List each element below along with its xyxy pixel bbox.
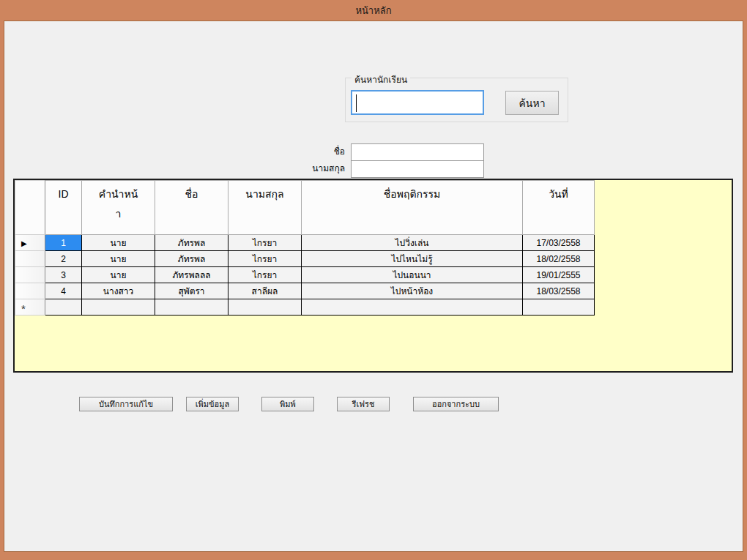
grid-cell-id[interactable]: 1 <box>45 235 82 251</box>
students-grid[interactable]: IDคำนำหน้าชื่อนามสกุลชื่อพฤติกรรมวันที่ … <box>13 179 733 373</box>
last-name-input[interactable] <box>351 160 484 178</box>
search-button[interactable]: ค้นหา <box>505 91 559 115</box>
grid-cell-behavior[interactable]: ไปไหนไม่รู้ <box>302 251 523 267</box>
grid-cell-date[interactable]: 17/03/2558 <box>523 235 595 251</box>
grid-column-header-prefix[interactable]: คำนำหน้า <box>82 181 155 235</box>
grid-column-header-label: ชื่อ <box>185 188 198 200</box>
grid-cell-empty-behavior[interactable] <box>302 299 523 316</box>
grid-row-header[interactable]: ▶ <box>15 235 45 251</box>
grid-cell-empty-prefix[interactable] <box>82 299 155 316</box>
logout-button[interactable]: ออกจากระบบ <box>413 397 499 411</box>
refresh-button[interactable]: รีเฟรช <box>337 397 390 411</box>
grid-cell-behavior[interactable]: ไปนอนนา <box>302 267 523 283</box>
window-title: หน้าหลัก <box>355 3 391 18</box>
grid-body: ▶1นายภัทรพลไกรยาไปวิ่งเล่น17/03/25582นาย… <box>15 235 595 316</box>
search-input[interactable] <box>351 90 484 115</box>
grid-column-header-label: วันที่ <box>549 188 568 200</box>
grid-cell-last_name[interactable]: ไกรยา <box>228 267 302 283</box>
add-data-button[interactable]: เพิ่มข้อมูล <box>186 397 239 411</box>
app-window: หน้าหลัก ค้นหานักเรียน ค้นหา ชื่อ นามสกุ… <box>0 0 747 560</box>
grid-row: ▶1นายภัทรพลไกรยาไปวิ่งเล่น17/03/2558 <box>15 235 595 251</box>
grid-cell-last_name[interactable]: สาลีผล <box>228 283 302 299</box>
grid-row-header[interactable] <box>15 283 45 299</box>
search-groupbox-label: ค้นหานักเรียน <box>352 72 410 86</box>
grid-cell-prefix[interactable]: นาย <box>82 267 155 283</box>
save-edits-button[interactable]: บันทึกการแก้ไข <box>79 397 173 411</box>
grid-cell-first_name[interactable]: ภัทรพล <box>155 251 228 267</box>
grid-cell-id[interactable]: 3 <box>45 267 82 283</box>
grid-column-header-label: ID <box>59 188 69 200</box>
new-row-asterisk-icon: * <box>21 302 26 315</box>
grid-cell-behavior[interactable]: ไปหน้าห้อง <box>302 283 523 299</box>
grid-column-header-label: ชื่อพฤติกรรม <box>384 188 440 200</box>
title-bar: หน้าหลัก <box>0 0 747 20</box>
grid-column-header-first_name[interactable]: ชื่อ <box>155 181 228 235</box>
grid-column-header-date[interactable]: วันที่ <box>523 181 595 235</box>
grid-cell-prefix[interactable]: นาย <box>82 251 155 267</box>
grid-cell-last_name[interactable]: ไกรยา <box>228 251 302 267</box>
grid-cell-empty-last_name[interactable] <box>228 299 302 316</box>
grid-cell-last_name[interactable]: ไกรยา <box>228 235 302 251</box>
last-name-label: นามสกุล <box>294 160 345 177</box>
grid-column-header-label: นามสกุล <box>245 188 283 200</box>
grid-row: 4นางสาวสุพัตราสาลีผลไปหน้าห้อง18/03/2558 <box>15 283 595 299</box>
grid-corner-cell[interactable] <box>15 181 45 235</box>
first-name-label: ชื่อ <box>308 143 345 160</box>
grid-new-row: * <box>15 299 595 316</box>
grid-row-header[interactable] <box>15 267 45 283</box>
grid-cell-first_name[interactable]: ภัทรพล <box>155 235 228 251</box>
grid-column-header-behavior[interactable]: ชื่อพฤติกรรม <box>302 181 523 235</box>
grid-column-header-last_name[interactable]: นามสกุล <box>228 181 302 235</box>
grid-cell-first_name[interactable]: ภัทรพลลล <box>155 267 228 283</box>
grid-cell-prefix[interactable]: นาย <box>82 235 155 251</box>
grid-column-header-label: คำนำหน้า <box>97 184 140 224</box>
client-area: ค้นหานักเรียน ค้นหา ชื่อ นามสกุล IDคำนำห… <box>4 20 743 552</box>
first-name-input[interactable] <box>351 143 484 161</box>
grid-cell-date[interactable]: 19/01/2555 <box>523 267 595 283</box>
grid-row: 3นายภัทรพลลลไกรยาไปนอนนา19/01/2555 <box>15 267 595 283</box>
grid-new-row-header[interactable]: * <box>15 299 45 316</box>
grid-cell-id[interactable]: 4 <box>45 283 82 299</box>
text-caret <box>356 94 357 112</box>
current-row-arrow-icon: ▶ <box>21 239 27 247</box>
grid-cell-date[interactable]: 18/03/2558 <box>523 283 595 299</box>
print-button[interactable]: พิมพ์ <box>261 397 314 411</box>
grid-cell-date[interactable]: 18/02/2558 <box>523 251 595 267</box>
grid-column-header-id[interactable]: ID <box>45 181 82 235</box>
grid-cell-empty-date[interactable] <box>523 299 595 316</box>
grid-row-header[interactable] <box>15 251 45 267</box>
grid-header: IDคำนำหน้าชื่อนามสกุลชื่อพฤติกรรมวันที่ <box>15 181 595 235</box>
grid-cell-empty-first_name[interactable] <box>155 299 228 316</box>
students-table: IDคำนำหน้าชื่อนามสกุลชื่อพฤติกรรมวันที่ … <box>15 180 595 316</box>
grid-cell-prefix[interactable]: นางสาว <box>82 283 155 299</box>
grid-cell-id[interactable]: 2 <box>45 251 82 267</box>
grid-cell-empty-id[interactable] <box>45 299 82 316</box>
grid-cell-behavior[interactable]: ไปวิ่งเล่น <box>302 235 523 251</box>
grid-row: 2นายภัทรพลไกรยาไปไหนไม่รู้18/02/2558 <box>15 251 595 267</box>
grid-cell-first_name[interactable]: สุพัตรา <box>155 283 228 299</box>
